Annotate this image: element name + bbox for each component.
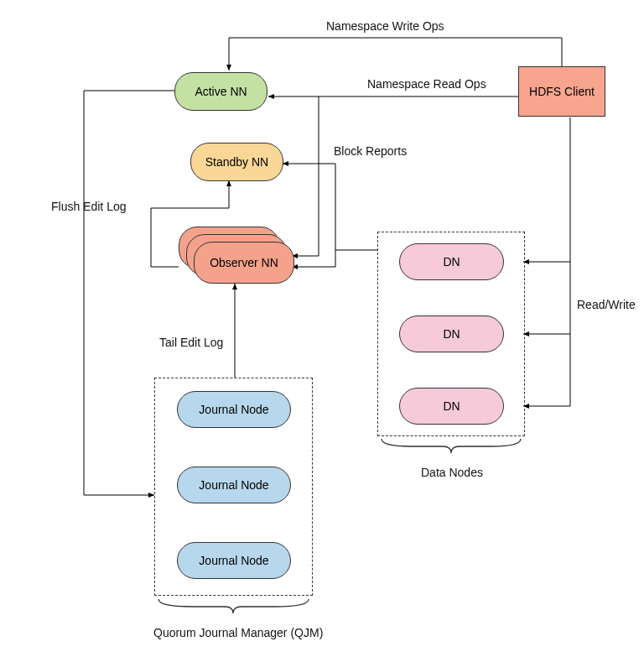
dn-1: DN [399, 243, 504, 280]
namespace-write-ops-label: Namespace Write Ops [326, 19, 444, 33]
hdfs-client-label: HDFS Client [529, 85, 595, 98]
dn-2: DN [399, 315, 504, 352]
dn-2-label: DN [443, 327, 460, 341]
qjm-brace [154, 597, 313, 618]
block-reports-label: Block Reports [334, 144, 407, 158]
tail-edit-log-label: Tail Edit Log [159, 336, 223, 349]
standby-nn-label: Standby NN [205, 155, 268, 169]
observer-nn-node: Observer NN [194, 242, 294, 284]
observer-nn-label: Observer NN [210, 256, 278, 269]
diagram-canvas: HDFS Client Active NN Standby NN Observe… [0, 0, 644, 657]
dn-brace [377, 436, 525, 457]
namespace-read-ops-label: Namespace Read Ops [367, 77, 486, 91]
data-nodes-group-label: Data Nodes [421, 466, 483, 479]
journal-node-2-label: Journal Node [199, 478, 268, 492]
active-nn-label: Active NN [195, 85, 247, 98]
dn-1-label: DN [443, 255, 460, 269]
qjm-group-label: Quorum Journal Manager (QJM) [153, 626, 323, 639]
read-write-label: Read/Write [577, 298, 636, 311]
active-nn-node: Active NN [174, 72, 267, 111]
flush-edit-log-label: Flush Edit Log [51, 200, 127, 213]
hdfs-client-box: HDFS Client [518, 66, 605, 117]
journal-node-1: Journal Node [177, 391, 291, 428]
journal-node-1-label: Journal Node [199, 403, 268, 416]
dn-3-label: DN [443, 399, 460, 413]
standby-nn-node: Standby NN [190, 143, 283, 181]
journal-node-3: Journal Node [177, 542, 291, 579]
journal-node-3-label: Journal Node [199, 554, 268, 567]
dn-3: DN [399, 388, 504, 425]
journal-node-2: Journal Node [177, 467, 291, 503]
